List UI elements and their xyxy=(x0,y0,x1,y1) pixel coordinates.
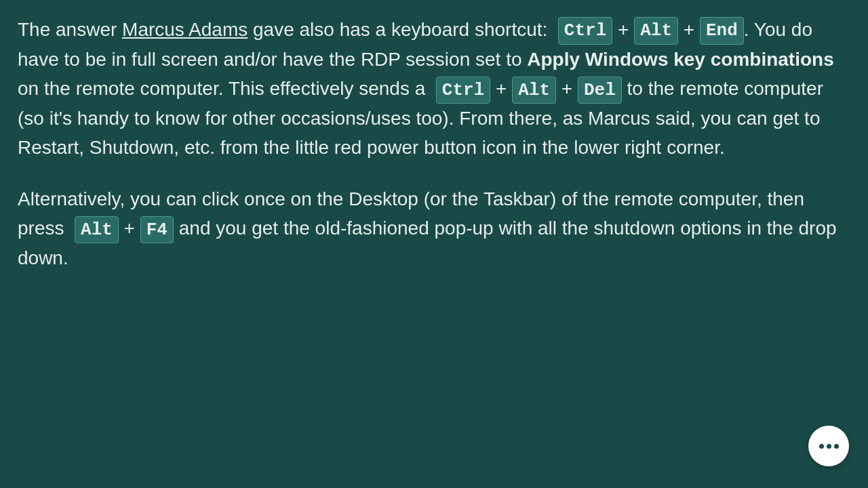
kbd-f4: F4 xyxy=(140,216,174,243)
chat-dot-1 xyxy=(819,444,824,449)
kbd-alt-2: Alt xyxy=(512,77,556,104)
main-content: The answer Marcus Adams gave also has a … xyxy=(0,0,868,309)
kbd-ctrl-1: Ctrl xyxy=(558,17,612,44)
kbd-alt-3: Alt xyxy=(75,216,119,243)
kbd-ctrl-2: Ctrl xyxy=(436,77,490,104)
kbd-end: End xyxy=(700,17,744,44)
kbd-del: Del xyxy=(578,77,622,104)
bold-apply-windows: Apply Windows key combinations xyxy=(527,49,833,70)
chat-dots xyxy=(819,444,839,449)
chat-button[interactable] xyxy=(808,426,849,466)
chat-dot-3 xyxy=(834,444,839,449)
marcus-adams-link[interactable]: Marcus Adams xyxy=(122,19,248,40)
paragraph-2: Alternatively, you can click once on the… xyxy=(18,184,850,273)
chat-dot-2 xyxy=(827,444,831,449)
paragraph-1-text: The answer Marcus Adams gave also has a … xyxy=(18,15,850,163)
kbd-alt-1: Alt xyxy=(634,17,678,44)
paragraph-1: The answer Marcus Adams gave also has a … xyxy=(18,15,850,163)
paragraph-2-text: Alternatively, you can click once on the… xyxy=(18,184,850,273)
